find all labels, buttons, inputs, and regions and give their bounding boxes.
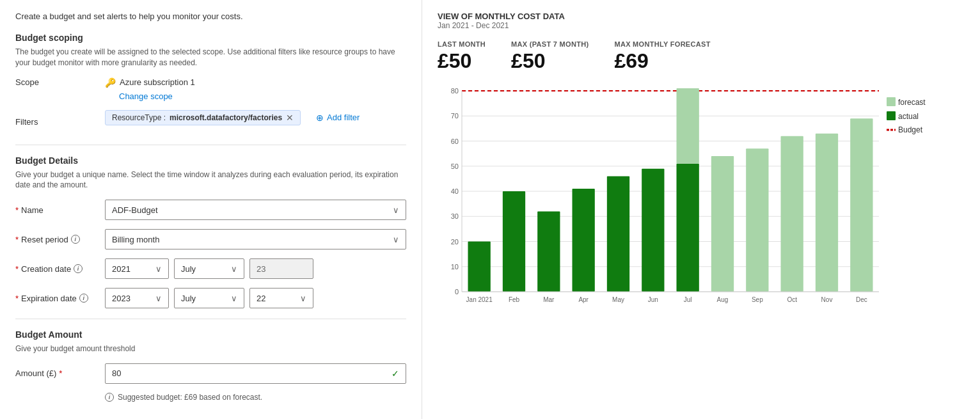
name-field-wrap: ADF-Budget ∨ [105,200,406,220]
expiration-year-chevron-icon: ∨ [155,294,162,303]
svg-rect-34 [711,156,734,292]
suggested-budget: i Suggested budget: £69 based on forecas… [105,393,406,402]
amount-input[interactable]: 80 ✓ [105,363,406,384]
suggested-budget-info-icon: i [105,393,114,402]
reset-period-select[interactable]: Billing month ∨ [105,229,406,249]
svg-text:40: 40 [451,187,459,195]
filter-remove-btn[interactable]: ✕ [286,113,294,122]
stat-last-month-value: £50 [438,49,486,73]
left-panel: Create a budget and set alerts to help y… [0,0,422,419]
svg-text:Jan 2021: Jan 2021 [466,296,493,303]
reset-required-star: * [15,235,19,244]
stat-last-month: LAST MONTH £50 [438,40,486,73]
intro-text: Create a budget and set alerts to help y… [15,12,406,21]
svg-text:Jul: Jul [684,296,692,303]
svg-text:20: 20 [451,238,459,246]
expiration-year-select[interactable]: 2023 ∨ [105,288,169,308]
svg-rect-21 [503,191,525,292]
amount-field-wrap: 80 ✓ [105,363,406,384]
stat-max-forecast-value: £69 [614,49,710,73]
name-row: * Name ADF-Budget ∨ [15,200,406,220]
svg-text:50: 50 [451,162,459,170]
add-filter-button[interactable]: ⊕ Add filter [311,110,365,125]
stat-max-past-value: £50 [511,49,589,73]
amount-row: Amount (£) * 80 ✓ [15,363,406,384]
creation-month-chevron-icon: ∨ [231,264,237,274]
svg-text:actual: actual [898,112,919,121]
svg-text:forecast: forecast [898,98,926,107]
expiration-day-chevron-icon: ∨ [300,294,306,303]
scope-label: Scope [15,77,105,87]
svg-text:Dec: Dec [856,296,867,303]
expiration-date-info-icon: i [79,294,88,303]
scope-value-wrap: 🔑 Azure subscription 1 [105,77,406,88]
svg-text:Apr: Apr [578,296,589,303]
creation-year-select[interactable]: 2021 ∨ [105,258,169,279]
creation-date-fields: 2021 ∨ July ∨ 23 [105,258,406,279]
chart-area: 80706050403020100Jan 2021FebMarAprMayJun… [438,86,965,322]
svg-text:Nov: Nov [821,296,833,303]
scope-row: Scope 🔑 Azure subscription 1 [15,77,406,88]
divider-2 [15,319,406,319]
name-chevron-icon: ∨ [393,205,399,215]
svg-rect-25 [573,189,595,292]
creation-date-row: * Creation date i 2021 ∨ July ∨ 23 [15,258,406,279]
creation-date-info-icon: i [74,264,83,273]
scope-icon: 🔑 [105,77,116,88]
expiration-date-fields: 2023 ∨ July ∨ 22 ∨ [105,288,406,308]
amount-desc: Give your budget amount threshold [15,344,406,354]
stat-last-month-label: LAST MONTH [438,40,486,48]
details-title: Budget Details [15,155,406,166]
name-input[interactable]: ADF-Budget ∨ [105,200,406,220]
right-panel: VIEW OF MONTHLY COST DATA Jan 2021 - Dec… [422,0,980,419]
change-scope-link[interactable]: Change scope [119,91,406,101]
stat-max-forecast: MAX MONTHLY FORECAST £69 [614,40,710,73]
reset-period-label: * Reset period i [15,235,105,244]
expiration-day-select[interactable]: 22 ∨ [249,288,313,308]
reset-period-field-wrap: Billing month ∨ [105,229,406,249]
amount-required-star: * [59,368,62,378]
filter-tag: ResourceType : microsoft.datafactory/fac… [105,110,301,125]
chart-subtitle: Jan 2021 - Dec 2021 [438,21,965,30]
stats-row: LAST MONTH £50 MAX (PAST 7 MONTH) £50 MA… [438,40,965,73]
amount-label: Amount (£) * [15,368,105,378]
scope-value: 🔑 Azure subscription 1 [105,77,406,88]
creation-required-star: * [15,264,19,274]
filters-row: Filters ResourceType : microsoft.datafac… [15,110,406,134]
svg-rect-40 [816,134,838,292]
svg-rect-36 [746,148,768,292]
expiration-month-chevron-icon: ∨ [231,294,237,303]
creation-day-input[interactable]: 23 [249,258,313,279]
svg-rect-42 [850,118,873,292]
creation-year-chevron-icon: ∨ [155,264,162,274]
filters-value: ResourceType : microsoft.datafactory/fac… [105,110,406,134]
amount-title: Budget Amount [15,329,406,340]
svg-text:Feb: Feb [509,296,520,303]
reset-period-info-icon: i [71,235,80,244]
details-desc: Give your budget a unique name. Select t… [15,170,406,191]
stat-max-past: MAX (PAST 7 MONTH) £50 [511,40,589,73]
svg-text:70: 70 [451,112,459,120]
svg-text:Mar: Mar [543,296,555,303]
svg-text:0: 0 [455,288,459,296]
svg-text:Oct: Oct [787,296,797,303]
svg-rect-29 [642,169,664,292]
stat-max-past-label: MAX (PAST 7 MONTH) [511,40,589,48]
creation-date-label: * Creation date i [15,264,105,274]
add-filter-icon: ⊕ [316,113,324,123]
svg-text:Budget: Budget [898,125,923,134]
svg-text:Sep: Sep [752,296,763,303]
name-label: * Name [15,205,105,215]
expiration-date-row: * Expiration date i 2023 ∨ July ∨ 22 ∨ [15,288,406,308]
svg-text:Aug: Aug [717,296,729,303]
amount-checkmark-icon: ✓ [391,368,399,379]
expiration-month-select[interactable]: July ∨ [174,288,244,308]
scoping-title: Budget scoping [15,33,406,43]
svg-text:80: 80 [451,87,459,95]
svg-rect-38 [781,136,803,292]
name-required-star: * [15,205,19,215]
stat-max-forecast-label: MAX MONTHLY FORECAST [614,40,710,48]
creation-month-select[interactable]: July ∨ [174,258,244,279]
svg-text:May: May [612,296,624,303]
svg-rect-27 [607,176,629,292]
